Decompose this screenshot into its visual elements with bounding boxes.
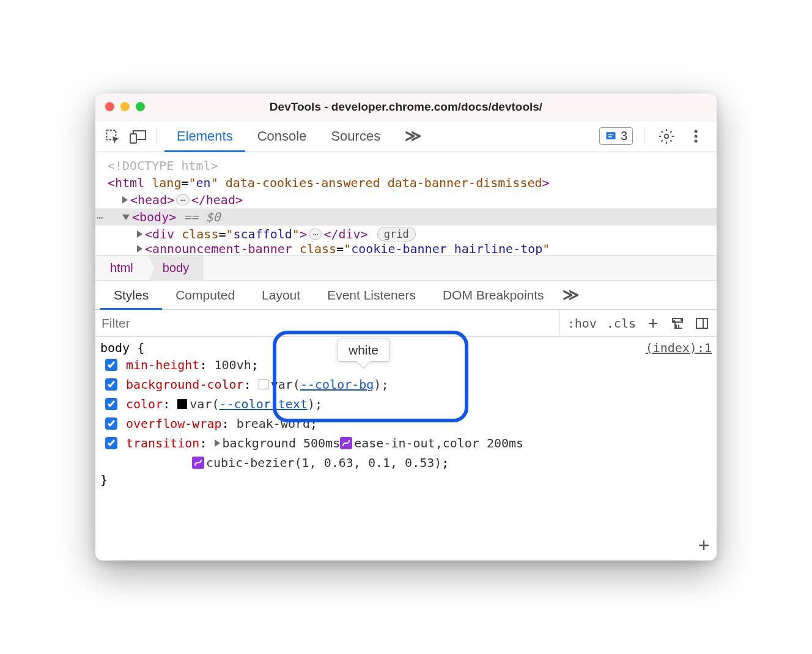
dom-head-element[interactable]: <head>⋯</head>: [95, 191, 717, 208]
decl-checkbox[interactable]: [105, 437, 117, 449]
issues-icon: [605, 130, 617, 142]
subtab-styles[interactable]: Styles: [100, 281, 162, 309]
svg-point-4: [665, 134, 669, 138]
subtab-computed[interactable]: Computed: [162, 281, 248, 309]
color-tooltip: white: [337, 339, 390, 362]
inspect-element-icon[interactable]: [102, 125, 124, 147]
color-swatch-icon[interactable]: [259, 380, 268, 389]
styles-filter-bar: :hov .cls: [95, 310, 717, 337]
decl-background-color[interactable]: background-color: var(--color-bg);: [100, 375, 712, 394]
rule-selector[interactable]: body {: [100, 340, 144, 355]
row-actions-icon[interactable]: ⋯: [97, 211, 102, 224]
styles-filter-input[interactable]: [95, 310, 559, 336]
dom-html-element[interactable]: <html lang="en" data-cookies-answered da…: [95, 174, 717, 191]
styles-subtabs: Styles Computed Layout Event Listeners D…: [95, 281, 717, 310]
window-title: DevTools - developer.chrome.com/docs/dev…: [95, 100, 717, 114]
more-options-icon[interactable]: [685, 125, 707, 147]
decl-checkbox[interactable]: [105, 398, 117, 410]
rule-source-link[interactable]: (index):1: [646, 340, 712, 355]
svg-rect-2: [130, 134, 136, 143]
grid-badge[interactable]: grid: [377, 227, 416, 241]
copy-styles-icon[interactable]: [670, 316, 685, 331]
toolbar-separator: [644, 128, 644, 145]
subtab-dom-breakpoints[interactable]: DOM Breakpoints: [429, 281, 558, 309]
color-swatch-icon[interactable]: [177, 399, 187, 409]
bezier-editor-icon[interactable]: [192, 457, 204, 469]
decl-overflow-wrap[interactable]: overflow-wrap: break-word;: [100, 414, 712, 433]
svg-point-7: [695, 139, 698, 142]
decl-min-height[interactable]: min-height: 100vh;: [100, 355, 712, 375]
subtab-layout[interactable]: Layout: [248, 281, 314, 309]
expand-triangle-icon[interactable]: [137, 230, 142, 238]
new-style-rule-icon[interactable]: [646, 316, 660, 331]
subtab-more[interactable]: ≫: [558, 281, 584, 309]
add-declaration-icon[interactable]: +: [698, 534, 709, 556]
tab-more[interactable]: ≫: [393, 120, 434, 152]
decl-color[interactable]: color: var(--color-text);: [100, 394, 712, 414]
tab-sources[interactable]: Sources: [319, 120, 393, 152]
dom-breadcrumb: html body: [95, 255, 717, 281]
bezier-editor-icon[interactable]: [340, 437, 352, 449]
ellipsis-icon[interactable]: ⋯: [309, 229, 322, 240]
titlebar: DevTools - developer.chrome.com/docs/dev…: [95, 94, 717, 120]
svg-rect-3: [606, 132, 615, 139]
tab-elements[interactable]: Elements: [164, 120, 245, 152]
subtab-event-listeners[interactable]: Event Listeners: [314, 281, 429, 309]
svg-point-5: [695, 130, 698, 133]
main-toolbar: Elements Console Sources ≫ 3: [95, 120, 717, 152]
decl-transition-cont[interactable]: cubic-bezier(1, 0.63, 0.1, 0.53);: [100, 453, 712, 472]
expand-triangle-icon[interactable]: [122, 196, 128, 204]
breadcrumb-html[interactable]: html: [95, 255, 148, 280]
dom-tree-panel[interactable]: <!DOCTYPE html> <html lang="en" data-coo…: [95, 152, 717, 255]
dom-div-scaffold[interactable]: <div class="scaffold">⋯</div> grid: [95, 226, 717, 243]
animation-play-icon[interactable]: [215, 439, 220, 447]
cls-toggle[interactable]: .cls: [607, 316, 636, 331]
hov-toggle[interactable]: :hov: [567, 316, 597, 331]
svg-rect-9: [696, 318, 707, 328]
device-toolbar-icon[interactable]: [127, 125, 149, 147]
settings-icon[interactable]: [655, 125, 677, 147]
minimize-window-button[interactable]: [120, 102, 130, 111]
dom-doctype[interactable]: <!DOCTYPE html>: [95, 157, 717, 174]
devtools-window: DevTools - developer.chrome.com/docs/dev…: [95, 94, 717, 560]
expand-triangle-icon[interactable]: [137, 245, 142, 252]
toolbar-separator: [157, 128, 157, 145]
decl-transition[interactable]: transition: background 500ms ease-in-out…: [100, 433, 712, 453]
tab-console[interactable]: Console: [245, 120, 319, 152]
close-window-button[interactable]: [105, 102, 114, 111]
rule-close-brace: }: [100, 472, 712, 487]
svg-point-6: [695, 134, 698, 138]
css-var-link[interactable]: --color-bg: [300, 375, 374, 394]
issues-count: 3: [621, 129, 627, 143]
ellipsis-icon[interactable]: ⋯: [176, 194, 189, 205]
styles-panel: body { (index):1 min-height: 100vh; back…: [95, 337, 717, 560]
decl-checkbox[interactable]: [105, 417, 117, 430]
traffic-lights: [105, 102, 145, 111]
breadcrumb-body[interactable]: body: [148, 255, 204, 280]
panel-tabs: Elements Console Sources ≫: [164, 120, 434, 152]
dom-body-element-selected[interactable]: ⋯ <body> == $0: [95, 208, 717, 226]
collapse-triangle-icon[interactable]: [122, 215, 130, 220]
toggle-sidebar-icon[interactable]: [695, 316, 709, 331]
decl-checkbox[interactable]: [105, 378, 117, 391]
maximize-window-button[interactable]: [136, 102, 145, 111]
decl-checkbox[interactable]: [105, 359, 117, 371]
dom-announcement-banner[interactable]: <announcement-banner class="cookie-banne…: [95, 243, 717, 255]
css-var-link[interactable]: --color-text: [219, 394, 308, 414]
issues-badge[interactable]: 3: [599, 127, 633, 145]
